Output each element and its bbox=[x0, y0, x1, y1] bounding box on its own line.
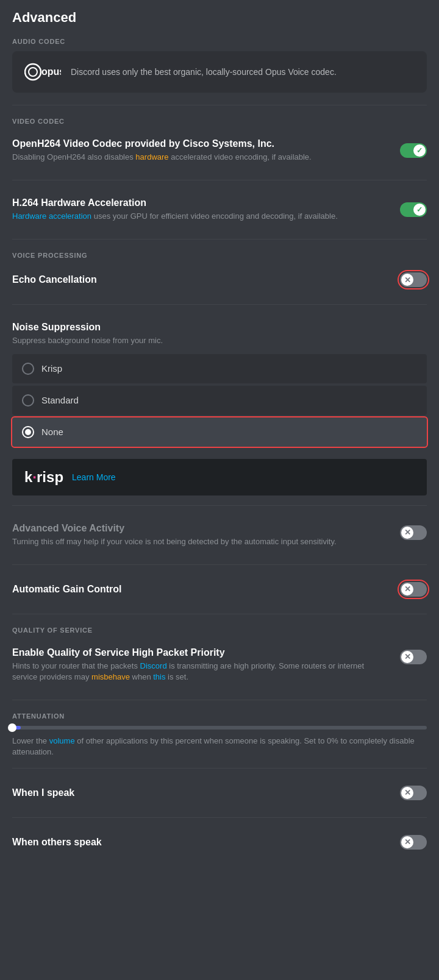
qos-info: Enable Quality of Service High Packet Pr… bbox=[12, 647, 390, 683]
divider-5 bbox=[12, 505, 427, 506]
radio-circle-none bbox=[22, 426, 34, 438]
video-codec-section-label: VIDEO CODEC bbox=[12, 118, 427, 125]
h264-info: H.264 Hardware Acceleration Hardware acc… bbox=[12, 197, 390, 222]
divider-3 bbox=[12, 239, 427, 240]
h264-toggle[interactable]: ✓ bbox=[400, 202, 427, 217]
svg-point-1 bbox=[29, 68, 37, 76]
svg-text:opus: opus bbox=[41, 66, 61, 77]
check-icon-2: ✓ bbox=[416, 205, 423, 214]
when-i-speak-label: When I speak bbox=[12, 787, 74, 798]
attenuation-section-label: ATTENUATION bbox=[12, 712, 427, 720]
video-codec-sublabel: Disabling OpenH264 also disables hardwar… bbox=[12, 152, 390, 163]
advanced-voice-activity-row: Advanced Voice Activity Turning this off… bbox=[12, 516, 427, 555]
automatic-gain-control-label: Automatic Gain Control bbox=[12, 584, 122, 595]
divider-6 bbox=[12, 564, 427, 565]
video-codec-label: OpenH264 Video Codec provided by Cisco S… bbox=[12, 138, 390, 149]
noise-suppression-label: Noise Suppression bbox=[12, 322, 427, 333]
attenuation-slider-container[interactable] bbox=[12, 726, 427, 730]
audio-codec-description: Discord uses only the best organic, loca… bbox=[71, 67, 337, 77]
advanced-voice-activity-sublabel: Turning this off may help if your voice … bbox=[12, 536, 390, 547]
krisp-logo: k·risp bbox=[24, 469, 63, 486]
echo-cancellation-toggle-knob: ✕ bbox=[401, 274, 413, 286]
h264-toggle-knob: ✓ bbox=[413, 204, 426, 216]
advanced-voice-activity-label: Advanced Voice Activity bbox=[12, 523, 390, 534]
noise-option-none[interactable]: None bbox=[12, 417, 427, 447]
check-icon: ✓ bbox=[416, 146, 423, 155]
divider-8 bbox=[12, 700, 427, 700]
automatic-gain-control-toggle-knob: ✕ bbox=[401, 583, 413, 595]
radio-label-standard: Standard bbox=[41, 395, 79, 405]
audio-codec-box: opus Discord uses only the best organic,… bbox=[12, 51, 427, 93]
divider-2 bbox=[12, 180, 427, 180]
h264-label: H.264 Hardware Acceleration bbox=[12, 197, 390, 208]
qos-row: Enable Quality of Service High Packet Pr… bbox=[12, 640, 427, 690]
h264-row: H.264 Hardware Acceleration Hardware acc… bbox=[12, 190, 427, 229]
divider-7 bbox=[12, 614, 427, 614]
divider-10 bbox=[12, 817, 427, 818]
h264-sublabel: Hardware acceleration uses your GPU for … bbox=[12, 211, 390, 222]
when-others-speak-row: When others speak ✕ bbox=[12, 828, 427, 857]
x-icon-2: ✕ bbox=[404, 528, 411, 537]
divider-9 bbox=[12, 768, 427, 769]
when-i-speak-toggle-knob: ✕ bbox=[401, 787, 413, 799]
advanced-voice-activity-toggle-knob: ✕ bbox=[401, 527, 413, 539]
noise-suppression-sublabel: Suppress background noise from your mic. bbox=[12, 335, 427, 346]
qos-toggle-knob: ✕ bbox=[401, 651, 413, 663]
when-i-speak-toggle[interactable]: ✕ bbox=[400, 786, 427, 800]
video-codec-toggle-knob: ✓ bbox=[413, 144, 426, 157]
attenuation-track bbox=[12, 726, 427, 730]
x-icon-1: ✕ bbox=[404, 275, 411, 285]
voice-processing-section-label: VOICE PROCESSING bbox=[12, 252, 427, 259]
advanced-voice-activity-toggle[interactable]: ✕ bbox=[400, 525, 427, 540]
audio-codec-section-label: AUDIO CODEC bbox=[12, 38, 427, 45]
radio-circle-standard bbox=[22, 394, 34, 407]
echo-cancellation-label: Echo Cancellation bbox=[12, 274, 97, 285]
video-codec-toggle[interactable]: ✓ bbox=[400, 143, 427, 158]
divider-4 bbox=[12, 304, 427, 305]
x-icon-5: ✕ bbox=[404, 788, 411, 797]
when-others-speak-toggle[interactable]: ✕ bbox=[400, 835, 427, 850]
when-others-speak-label: When others speak bbox=[12, 837, 102, 848]
radio-label-krisp: Krisp bbox=[41, 363, 62, 374]
echo-cancellation-toggle[interactable]: ✕ bbox=[400, 272, 427, 287]
radio-circle-krisp bbox=[22, 363, 34, 375]
krisp-logo-text: k·risp bbox=[24, 469, 63, 486]
echo-cancellation-row: Echo Cancellation ✕ bbox=[12, 265, 427, 294]
attenuation-sublabel: Lower the volume of other applications b… bbox=[12, 736, 427, 758]
video-codec-row: OpenH264 Video Codec provided by Cisco S… bbox=[12, 131, 427, 170]
automatic-gain-control-toggle[interactable]: ✕ bbox=[400, 582, 427, 597]
divider-1 bbox=[12, 105, 427, 105]
advanced-voice-activity-info: Advanced Voice Activity Turning this off… bbox=[12, 523, 390, 547]
noise-option-standard[interactable]: Standard bbox=[12, 386, 427, 415]
attenuation-thumb[interactable] bbox=[8, 723, 16, 732]
opus-logo-icon: opus bbox=[24, 61, 61, 83]
qos-sublabel: Hints to your router that the packets Di… bbox=[12, 661, 390, 683]
noise-suppression-section: Noise Suppression Suppress background no… bbox=[12, 314, 427, 456]
video-codec-info: OpenH264 Video Codec provided by Cisco S… bbox=[12, 138, 390, 163]
learn-more-link[interactable]: Learn More bbox=[72, 472, 116, 482]
automatic-gain-control-row: Automatic Gain Control ✕ bbox=[12, 575, 427, 604]
when-others-speak-toggle-knob: ✕ bbox=[401, 836, 413, 848]
x-icon-6: ✕ bbox=[404, 837, 411, 847]
x-icon-3: ✕ bbox=[404, 584, 411, 594]
noise-option-krisp[interactable]: Krisp bbox=[12, 354, 427, 383]
qos-section-label: QUALITY OF SERVICE bbox=[12, 627, 427, 634]
radio-label-none: None bbox=[41, 427, 63, 437]
page-title: Advanced bbox=[12, 10, 427, 26]
svg-point-0 bbox=[25, 64, 41, 80]
qos-toggle[interactable]: ✕ bbox=[400, 650, 427, 664]
krisp-promo-box: k·risp Learn More bbox=[12, 459, 427, 495]
radio-inner-none bbox=[25, 429, 31, 435]
when-i-speak-row: When I speak ✕ bbox=[12, 778, 427, 808]
x-icon-4: ✕ bbox=[404, 652, 411, 661]
qos-label: Enable Quality of Service High Packet Pr… bbox=[12, 647, 390, 658]
